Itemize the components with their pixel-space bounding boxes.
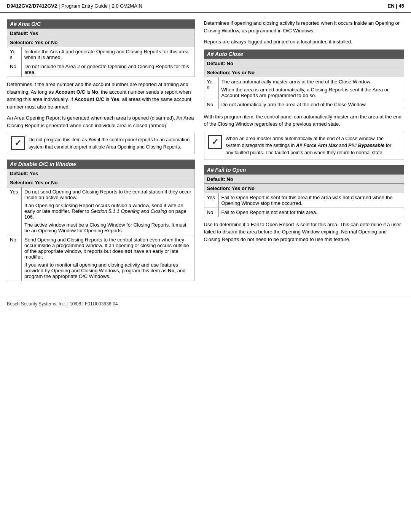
auto-close-note: ✓ When an area master arms automatically…	[204, 132, 404, 160]
fail-to-open-default-label: Default:	[207, 176, 225, 182]
auto-close-table: Default: No Selection: Yes or No	[204, 59, 404, 109]
auto-close-default-val: No	[227, 61, 233, 66]
area-oc-default-label: Default:	[10, 30, 28, 36]
area-oc-selection-cell: Selection: Yes or No	[7, 38, 195, 47]
section-disable-oc-title: A# Disable O/C in Window	[7, 160, 195, 169]
area-oc-selection-row: Selection: Yes or No	[7, 38, 195, 47]
auto-close-default-cell: Default: No	[204, 59, 404, 68]
fail-to-open-val-yes: Fail to Open Report is sent for this are…	[218, 193, 404, 208]
area-oc-table: Default: Yes Selection: Yes or No	[7, 29, 195, 77]
auto-close-row-no: No Do not automatically arm the area at …	[204, 100, 404, 109]
section-fail-to-open: A# Fail to Open Default: No Selection:	[204, 165, 404, 243]
area-oc-key-no: No	[7, 62, 22, 77]
disable-oc-default-val: Yes	[30, 171, 38, 176]
header-pipe: |	[396, 3, 398, 9]
right-column: Determines if opening and closing activi…	[202, 19, 404, 286]
area-oc-body2: An Area Opening Report is generated when…	[7, 114, 195, 129]
header-right: EN | 45	[388, 3, 404, 9]
auto-close-selection-val: Yes or No	[232, 70, 255, 75]
header-separator2: |	[109, 3, 112, 9]
page-body: A# Area O/C Default: Yes Selection:	[0, 13, 411, 286]
fail-to-open-selection-label: Selection:	[207, 185, 231, 191]
fail-to-open-selection-val: Yes or No	[232, 185, 255, 191]
footer-text: Bosch Security Systems, Inc. | 10/08 | F…	[7, 301, 118, 307]
disable-oc-row-yes: Yes Do not send Opening and Closing Repo…	[7, 187, 195, 235]
right-intro-text2: Reports are always logged and printed on…	[204, 38, 404, 46]
disable-oc-default-cell: Default: Yes	[7, 169, 195, 178]
auto-close-val-no: Do not automatically arm the area at the…	[218, 100, 404, 109]
fail-to-open-selection-row: Selection: Yes or No	[204, 184, 404, 193]
section-disable-oc: A# Disable O/C in Window Default: Yes Se…	[7, 160, 195, 281]
fail-to-open-body: Use to determine if a Fail to Open Repor…	[204, 221, 404, 243]
page-header: D9412GV2/D7412GV2 | Program Entry Guide …	[0, 0, 411, 13]
model-number: D9412GV2/D7412GV2	[7, 3, 57, 9]
area-oc-row-no: No Do not include the Area # or generate…	[7, 62, 195, 77]
area-oc-note-text: Do not program this item as Yes if the c…	[29, 136, 191, 151]
disable-oc-key-yes: Yes	[7, 187, 22, 235]
disable-oc-selection-label: Selection:	[10, 180, 33, 185]
guide-title: Program Entry Guide	[61, 3, 108, 9]
area-oc-default-row: Default: Yes	[7, 29, 195, 38]
header-lang: EN	[388, 3, 395, 9]
area-oc-default-cell: Default: Yes	[7, 29, 195, 38]
header-separator: |	[59, 3, 61, 9]
auto-close-key-yes: Yes	[204, 77, 218, 100]
section-fail-to-open-title: A# Fail to Open	[204, 165, 404, 174]
fail-to-open-selection-cell: Selection: Yes or No	[204, 184, 404, 193]
fail-to-open-default-val: No	[227, 176, 233, 182]
disable-oc-val-no: Send Opening and Closing Reports to the …	[22, 235, 195, 281]
auto-close-selection-row: Selection: Yes or No	[204, 68, 404, 77]
auto-close-selection-label: Selection:	[207, 70, 231, 75]
section-area-oc-title: A# Area O/C	[7, 19, 195, 29]
area-oc-row-yes: Yes Include the Area # and generate Open…	[7, 47, 195, 62]
disable-oc-table: Default: Yes Selection: Yes or No	[7, 169, 195, 281]
disable-oc-default-row: Default: Yes	[7, 169, 195, 178]
auto-close-default-label: Default:	[207, 61, 225, 66]
area-oc-val-yes: Include the Area # and generate Opening …	[22, 47, 195, 62]
header-code: GV2MAIN	[120, 3, 142, 9]
fail-to-open-default-row: Default: No	[204, 174, 404, 184]
auto-close-selection-cell: Selection: Yes or No	[204, 68, 404, 77]
fail-to-open-key-yes: Yes	[204, 193, 218, 208]
left-column: A# Area O/C Default: Yes Selection:	[7, 19, 202, 286]
auto-close-key-no: No	[204, 100, 218, 109]
header-version: 2.0	[112, 3, 119, 9]
fail-to-open-row-no: No Fail to Open Report is not sent for t…	[204, 208, 404, 217]
fail-to-open-row-yes: Yes Fail to Open Report is sent for this…	[204, 193, 404, 208]
auto-close-row-yes: Yes The area automatically master arms a…	[204, 77, 404, 100]
area-oc-val-no: Do not include the Area # or generate Op…	[22, 62, 195, 77]
disable-oc-default-label: Default:	[10, 171, 28, 176]
area-oc-note: ✓ Do not program this item as Yes if the…	[7, 133, 195, 154]
disable-oc-selection-cell: Selection: Yes or No	[7, 178, 195, 187]
fail-to-open-val-no: Fail to Open Report is not sent for this…	[218, 208, 404, 217]
section-area-oc: A# Area O/C Default: Yes Selection:	[7, 19, 195, 154]
fail-to-open-key-no: No	[204, 208, 218, 217]
fail-to-open-default-cell: Default: No	[204, 174, 404, 184]
auto-close-note-checkmark-icon: ✓	[208, 135, 222, 149]
area-oc-selection-val: Yes or No	[35, 40, 58, 45]
area-oc-body1: Determines if the area number and the ac…	[7, 81, 195, 110]
section-auto-close: A# Auto Close Default: No Selection:	[204, 50, 404, 160]
area-oc-default-val: Yes	[30, 30, 38, 36]
auto-close-default-row: Default: No	[204, 59, 404, 68]
note-checkmark-icon: ✓	[11, 136, 25, 150]
right-intro-text1: Determines if opening and closing activi…	[204, 19, 404, 34]
disable-oc-val-yes: Do not send Opening and Closing Reports …	[22, 187, 195, 235]
disable-oc-row-no: No Send Opening and Closing Reports to t…	[7, 235, 195, 281]
auto-close-note-text: When an area master arms automatically a…	[226, 135, 400, 157]
fail-to-open-table: Default: No Selection: Yes or No	[204, 174, 404, 217]
header-left: D9412GV2/D7412GV2 | Program Entry Guide …	[7, 3, 142, 9]
area-oc-key-yes: Yes	[7, 47, 22, 62]
disable-oc-key-no: No	[7, 235, 22, 281]
area-oc-selection-label: Selection:	[10, 40, 33, 45]
auto-close-body: With this program item, the control pane…	[204, 113, 404, 128]
disable-oc-selection-row: Selection: Yes or No	[7, 178, 195, 187]
section-auto-close-title: A# Auto Close	[204, 50, 404, 59]
page-footer: Bosch Security Systems, Inc. | 10/08 | F…	[0, 298, 411, 310]
header-page: 45	[399, 3, 404, 9]
disable-oc-selection-val: Yes or No	[35, 180, 58, 185]
auto-close-val-yes: The area automatically master arms at th…	[218, 77, 404, 100]
